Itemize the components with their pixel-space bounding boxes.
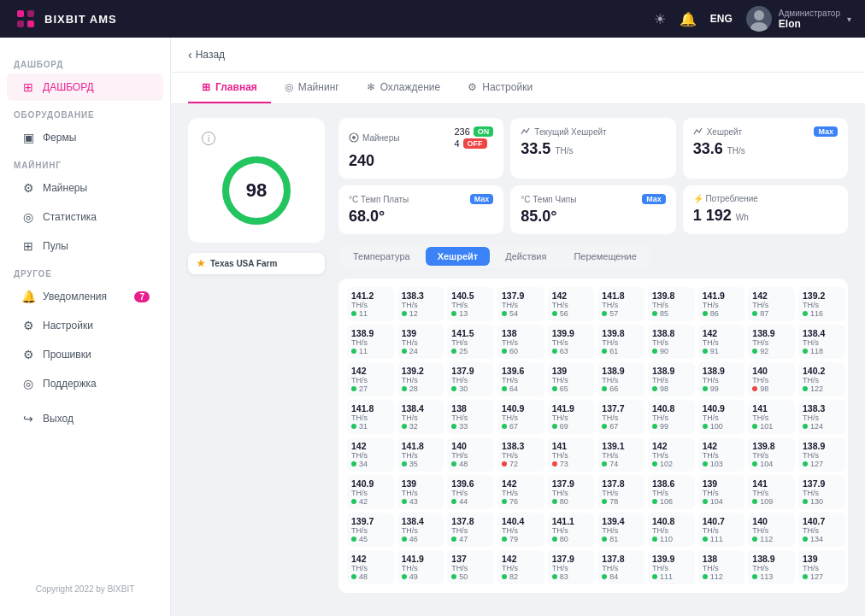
- back-button[interactable]: ‹ Назад: [188, 48, 225, 62]
- hash-cell[interactable]: 137.7TH/s67: [597, 400, 644, 434]
- hash-cell[interactable]: 142TH/s91: [698, 325, 745, 359]
- hash-cell[interactable]: 138.9TH/s11: [347, 325, 394, 359]
- tab-cooling[interactable]: ❄ Охлаждение: [353, 73, 455, 103]
- hash-cell[interactable]: 139.1TH/s74: [597, 437, 644, 472]
- tab-settings[interactable]: ⚙ Настройки: [454, 73, 546, 103]
- brightness-icon[interactable]: ☀: [654, 11, 666, 27]
- hash-cell[interactable]: 140.5TH/s13: [447, 287, 494, 321]
- hash-cell[interactable]: 139TH/s43: [397, 475, 444, 509]
- sidebar-item-miners[interactable]: ⚙ Майнеры: [7, 174, 163, 202]
- hash-cell[interactable]: 137.9TH/s80: [548, 475, 595, 509]
- hash-cell[interactable]: 140.9TH/s100: [698, 400, 745, 434]
- sub-tab-temperature[interactable]: Температура: [341, 247, 422, 266]
- hash-cell[interactable]: 137.8TH/s78: [597, 475, 644, 509]
- hash-cell[interactable]: 141.8TH/s57: [597, 287, 644, 321]
- hash-cell[interactable]: 139.6TH/s44: [447, 475, 494, 509]
- hash-cell[interactable]: 138.9TH/s127: [798, 437, 845, 472]
- hash-cell[interactable]: 139TH/s127: [798, 550, 845, 584]
- hash-cell[interactable]: 139.4TH/s81: [597, 513, 644, 547]
- hash-cell[interactable]: 142TH/s48: [347, 550, 394, 584]
- hash-cell[interactable]: 138.4TH/s46: [397, 513, 444, 547]
- hash-cell[interactable]: 137.8TH/s47: [447, 513, 494, 547]
- sidebar-item-logout[interactable]: ↪ Выход: [7, 405, 163, 432]
- hash-cell[interactable]: 139.9TH/s111: [648, 550, 695, 584]
- hash-cell[interactable]: 139.9TH/s63: [548, 325, 595, 359]
- hash-cell[interactable]: 137.9TH/s30: [447, 362, 494, 396]
- bell-icon[interactable]: 🔔: [680, 11, 697, 27]
- sidebar-item-firmware[interactable]: ⚙ Прошивки: [7, 341, 163, 368]
- hash-cell[interactable]: 141.9TH/s49: [397, 550, 444, 584]
- hash-cell[interactable]: 139TH/s24: [397, 325, 444, 359]
- sidebar-item-pools[interactable]: ⊞ Пулы: [7, 232, 163, 260]
- hash-cell[interactable]: 141TH/s109: [748, 475, 795, 509]
- hash-cell[interactable]: 140.8TH/s110: [648, 513, 695, 547]
- hash-cell[interactable]: 139.2TH/s28: [397, 362, 444, 396]
- tab-main[interactable]: ⊞ Главная: [188, 73, 271, 103]
- hash-cell[interactable]: 140TH/s112: [748, 513, 795, 547]
- hash-cell[interactable]: 139.7TH/s45: [347, 513, 394, 547]
- hash-cell[interactable]: 137.8TH/s84: [597, 550, 644, 584]
- hash-cell[interactable]: 140.7TH/s111: [698, 513, 745, 547]
- hash-cell[interactable]: 138.4TH/s32: [397, 400, 444, 434]
- hash-cell[interactable]: 142TH/s82: [497, 550, 544, 584]
- hash-cell[interactable]: 138.3TH/s124: [798, 400, 845, 434]
- hash-cell[interactable]: 142TH/s56: [548, 287, 595, 321]
- hash-cell[interactable]: 140.2TH/s122: [798, 362, 845, 396]
- hash-cell[interactable]: 141.9TH/s69: [548, 400, 595, 434]
- hash-cell[interactable]: 140.7TH/s134: [798, 513, 845, 547]
- hash-cell[interactable]: 140.8TH/s99: [648, 400, 695, 434]
- hash-cell[interactable]: 141.8TH/s31: [347, 400, 394, 434]
- hash-cell[interactable]: 142TH/s27: [347, 362, 394, 396]
- hash-cell[interactable]: 138TH/s33: [447, 400, 494, 434]
- hash-cell[interactable]: 140TH/s98: [748, 362, 795, 396]
- hash-cell[interactable]: 137.9TH/s130: [798, 475, 845, 509]
- hash-cell[interactable]: 142TH/s76: [497, 475, 544, 509]
- hash-cell[interactable]: 141.1TH/s80: [548, 513, 595, 547]
- hash-cell[interactable]: 138.9TH/s99: [698, 362, 745, 396]
- sidebar-item-stats[interactable]: ◎ Статистика: [7, 203, 163, 231]
- hash-cell[interactable]: 141TH/s73: [548, 437, 595, 472]
- hash-cell[interactable]: 139.8TH/s85: [648, 287, 695, 321]
- hash-cell[interactable]: 139.8TH/s61: [597, 325, 644, 359]
- hash-cell[interactable]: 138.9TH/s92: [748, 325, 795, 359]
- hash-cell[interactable]: 137.9TH/s54: [497, 287, 544, 321]
- hash-cell[interactable]: 142TH/s103: [698, 437, 745, 472]
- hash-cell[interactable]: 138TH/s60: [497, 325, 544, 359]
- hash-cell[interactable]: 139TH/s104: [698, 475, 745, 509]
- hash-cell[interactable]: 138.9TH/s113: [748, 550, 795, 584]
- hash-cell[interactable]: 137TH/s50: [447, 550, 494, 584]
- hash-cell[interactable]: 140.9TH/s42: [347, 475, 394, 509]
- sidebar-item-dashboard[interactable]: ⊞ ДАШБОРД: [7, 73, 163, 101]
- hash-cell[interactable]: 138.8TH/s90: [648, 325, 695, 359]
- sub-tab-hashrate[interactable]: Хешрейт: [426, 247, 491, 266]
- language-selector[interactable]: ENG: [710, 13, 733, 25]
- chevron-down-icon[interactable]: ▾: [847, 15, 851, 24]
- sub-tab-actions[interactable]: Действия: [493, 247, 558, 266]
- hash-cell[interactable]: 138.9TH/s66: [597, 362, 644, 396]
- hash-cell[interactable]: 142TH/s102: [648, 437, 695, 472]
- hash-cell[interactable]: 142TH/s34: [347, 437, 394, 472]
- sidebar-item-settings[interactable]: ⚙ Настройки: [7, 312, 163, 339]
- sidebar-item-farms[interactable]: ▣ Фермы: [7, 124, 163, 151]
- hash-cell[interactable]: 139TH/s65: [548, 362, 595, 396]
- hash-cell[interactable]: 138.6TH/s106: [648, 475, 695, 509]
- hash-cell[interactable]: 138.3TH/s12: [397, 287, 444, 321]
- sidebar-item-support[interactable]: ◎ Поддержка: [7, 370, 163, 397]
- hash-cell[interactable]: 138.9TH/s98: [648, 362, 695, 396]
- hash-cell[interactable]: 139.2TH/s116: [798, 287, 845, 321]
- sidebar-item-notifications[interactable]: 🔔 Уведомления 7: [7, 283, 163, 310]
- hash-cell[interactable]: 142TH/s87: [748, 287, 795, 321]
- hash-cell[interactable]: 140.4TH/s79: [497, 513, 544, 547]
- hash-cell[interactable]: 139.6TH/s64: [497, 362, 544, 396]
- hash-cell[interactable]: 139.8TH/s104: [748, 437, 795, 472]
- hash-cell[interactable]: 141.5TH/s25: [447, 325, 494, 359]
- hash-cell[interactable]: 138.3TH/s72: [497, 437, 544, 472]
- hash-cell[interactable]: 141TH/s101: [748, 400, 795, 434]
- hash-cell[interactable]: 141.8TH/s35: [397, 437, 444, 472]
- hash-cell[interactable]: 141.2TH/s11: [347, 287, 394, 321]
- hash-cell[interactable]: 137.9TH/s83: [548, 550, 595, 584]
- hash-cell[interactable]: 140TH/s48: [447, 437, 494, 472]
- hash-cell[interactable]: 138.4TH/s118: [798, 325, 845, 359]
- hash-cell[interactable]: 138TH/s112: [698, 550, 745, 584]
- tab-mining[interactable]: ◎ Майнинг: [271, 73, 353, 103]
